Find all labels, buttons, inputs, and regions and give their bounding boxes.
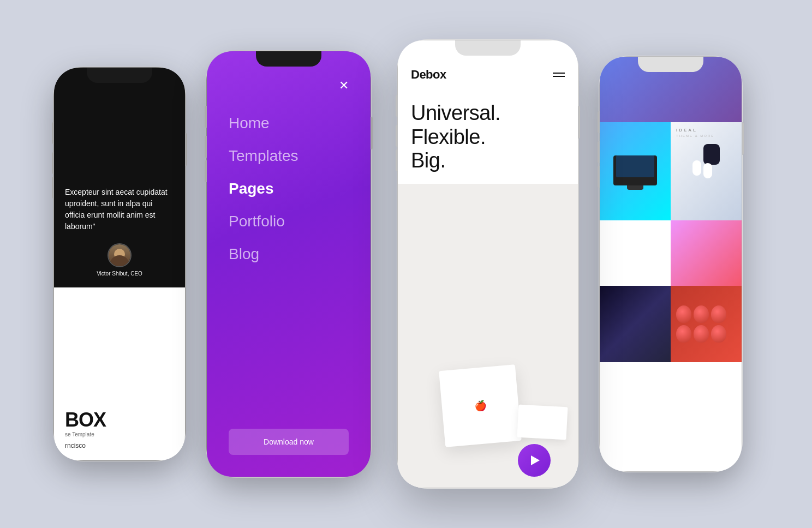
phones-container: Excepteur sint aecat cupidatat uproident… (0, 0, 812, 528)
phone-2-screen: ✕ Home Templates Pages Portfolio Blog Do… (207, 51, 371, 477)
monitor-body (613, 155, 657, 185)
hamburger-menu[interactable] (553, 73, 565, 77)
orange-wave-image (671, 220, 742, 286)
debox-logo: Debox (411, 68, 446, 82)
avatar-row: Victor Shibut, CEO (65, 243, 174, 277)
watch-airpods-image: IDEAL THEME & MORE (671, 122, 742, 220)
phone-2-frame: ✕ Home Templates Pages Portfolio Blog Do… (207, 51, 371, 477)
img-watch-airpods-cell: IDEAL THEME & MORE (671, 122, 742, 220)
brand-sublabel: se Template (65, 431, 174, 437)
headline-line-1: Universal. (411, 101, 500, 124)
testimonial-quote: Excepteur sint aecat cupidatat uproident… (65, 187, 174, 232)
apple-dot-5 (694, 325, 709, 343)
monitor-shape (613, 153, 657, 190)
apple-dot-3 (711, 305, 726, 323)
image-grid: IDEAL THEME & MORE (600, 57, 742, 362)
person-name: Victor Shibut, CEO (97, 271, 142, 277)
headline-line-2: Flexible. (411, 125, 486, 148)
monitor-image (600, 122, 671, 220)
monitor-stand (627, 185, 643, 190)
phone-1-notch (87, 68, 152, 83)
phone-1-light-section: BOX se Template rncisco (54, 287, 185, 460)
img-apples-cell (671, 286, 742, 362)
product-box-small (517, 405, 568, 440)
apples-image (671, 286, 742, 362)
play-icon (531, 455, 540, 465)
hero-headline: Universal. Flexible. Big. (411, 101, 565, 173)
phone-4-notch (638, 57, 703, 72)
phone-3-screen: Debox Universal. Flexible. Big. (398, 40, 578, 488)
brand-name: BOX (65, 409, 174, 431)
hamburger-line-1 (553, 73, 565, 74)
phone-4-frame: IDEAL THEME & MORE (600, 57, 742, 471)
phone-4-screen: IDEAL THEME & MORE (600, 57, 742, 471)
nav-item-home[interactable]: Home (229, 109, 349, 137)
hero-text: Universal. Flexible. Big. (398, 91, 578, 184)
dark-tech-image (600, 286, 671, 362)
nav-item-templates[interactable]: Templates (229, 142, 349, 170)
nav-item-pages[interactable]: Pages (229, 175, 349, 203)
img-monitor-cell (600, 122, 671, 286)
nav-item-portfolio[interactable]: Portfolio (229, 207, 349, 236)
ideal-text: IDEAL (676, 128, 697, 133)
phone-3-frame: Debox Universal. Flexible. Big. (398, 40, 578, 488)
apple-logo-icon: 🍎 (474, 399, 487, 412)
phone-1-screen: Excepteur sint aecat cupidatat uproident… (54, 68, 185, 460)
download-button[interactable]: Download now (229, 429, 349, 455)
phone-3-notch (455, 40, 521, 56)
product-image-area: 🍎 (398, 184, 578, 488)
watch-icon (703, 144, 720, 165)
img-dark-tech-cell (600, 286, 671, 362)
close-button[interactable]: ✕ (339, 79, 349, 93)
product-box-large: 🍎 (439, 364, 522, 447)
apple-dot-2 (694, 305, 709, 323)
headline-line-3: Big. (411, 149, 445, 172)
phone-2-notch (256, 51, 321, 67)
nav-item-blog[interactable]: Blog (229, 240, 349, 268)
avatar-body (110, 255, 129, 266)
apple-dot-6 (711, 325, 726, 343)
phone-1-frame: Excepteur sint aecat cupidatat uproident… (54, 68, 185, 460)
airpods-icon (692, 160, 701, 176)
avatar (108, 243, 132, 267)
sub-ideal-text: THEME & MORE (676, 134, 714, 137)
navigation-menu: Home Templates Pages Portfolio Blog (229, 109, 349, 429)
city-label: rncisco (65, 442, 174, 449)
avatar-background (109, 244, 130, 266)
monitor-screen (616, 155, 654, 177)
play-button[interactable] (518, 444, 551, 477)
phone-1-dark-section: Excepteur sint aecat cupidatat uproident… (54, 68, 185, 287)
apple-dot-4 (676, 325, 691, 343)
apple-circles-decoration (671, 300, 742, 348)
img-orange-wave-cell (671, 220, 742, 286)
hamburger-line-2 (553, 76, 565, 77)
apple-dot-1 (676, 305, 691, 323)
